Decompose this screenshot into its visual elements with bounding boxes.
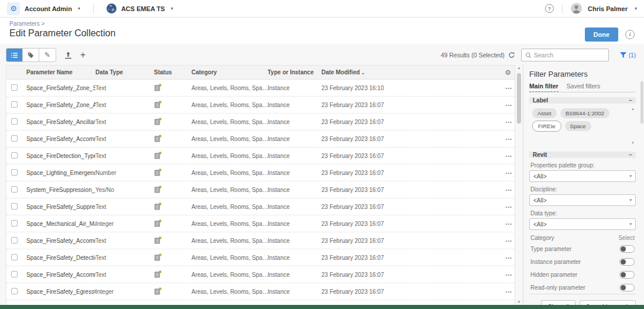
column-header-status[interactable]: Status [154,69,191,75]
toggle-switch[interactable] [619,245,635,253]
label-section-header[interactable]: Label − [529,97,636,104]
dropdown-select[interactable]: <All>▾ [529,194,636,206]
list-view-button[interactable] [6,49,23,61]
category-cell: Areas, Levels, Rooms, Spa…(4) [191,272,268,278]
tab-main-filter[interactable]: Main filter [529,83,559,92]
row-actions-icon[interactable]: ••• [494,187,515,193]
panel-scrollbar-thumb[interactable] [640,81,643,123]
category-cell: Areas, Levels, Rooms, Spa…(4) [191,187,268,193]
row-actions-icon[interactable]: ••• [494,153,515,159]
dropdown-select[interactable]: <All>▾ [529,218,636,230]
scroll-up-icon[interactable]: ▲ [515,66,523,70]
column-header-parameter-name[interactable]: Parameter Name [26,69,95,75]
row-actions-icon[interactable]: ••• [494,102,515,108]
top-navigation-bar: ⚙ Account Admin ▾ ACS EMEA TS ▾ ? Chris … [0,0,644,18]
breadcrumb[interactable]: Parameters > [9,20,115,27]
column-settings-gear-icon[interactable]: ⚙ [494,68,515,77]
row-actions-icon[interactable]: ••• [494,289,515,294]
help-icon[interactable]: ? [545,4,554,13]
data-type-cell: Text [95,85,154,91]
row-actions-icon[interactable]: ••• [494,85,515,91]
chevron-down-icon[interactable]: ▾ [635,6,637,11]
chevron-down-icon[interactable]: ▾ [78,6,80,11]
category-cell: Areas, Levels, Rooms, Spa…(4) [191,136,268,142]
table-row[interactable]: Space_FireSafety_Detection… Text Areas, … [6,249,515,266]
column-header-type-or-instance[interactable]: Type or Instance [268,69,321,75]
table-row[interactable]: Space_FireSafety_Ancillary_… Text Areas,… [6,114,515,131]
row-checkbox[interactable] [11,271,18,277]
label-view-button[interactable] [23,49,39,61]
row-actions-icon[interactable]: ••• [494,221,515,226]
chips-scroll-up-icon[interactable]: ▲ [631,107,635,111]
row-checkbox[interactable] [11,237,18,243]
column-header-data-type[interactable]: Data Type [95,69,154,75]
table-row[interactable]: System_FireSuppression_In… Yes/No Areas,… [6,181,515,198]
search-input[interactable] [534,52,605,59]
toggle-switch[interactable] [619,271,635,279]
row-checkbox[interactable] [11,135,18,142]
row-checkbox[interactable] [11,84,18,91]
table-row[interactable]: Space_FireSafety_Accommo… Text Areas, Le… [6,266,515,283]
account-admin-menu[interactable]: Account Admin [25,5,72,12]
chevron-down-icon[interactable]: ▾ [171,6,173,11]
row-actions-icon[interactable]: ••• [494,204,515,210]
label-chip[interactable]: FIREIe [532,121,561,132]
dropdown-select[interactable]: <All>▾ [529,170,636,182]
avatar[interactable] [571,3,582,14]
table-row[interactable]: Space_FireSafety_Suppressi… Text Areas, … [6,198,515,215]
filter-toggle-button[interactable]: (1) [619,52,636,59]
collapse-icon[interactable]: − [629,97,632,104]
row-checkbox[interactable] [11,101,18,108]
table-row[interactable]: Space_FireSafety_Accommo… Text Areas, Le… [6,131,515,147]
column-header-date-modified[interactable]: Date Modified⌄ [321,69,494,75]
add-parameter-button[interactable]: + [80,50,85,60]
table-row[interactable]: Space_FireDetection_Type_… Text Areas, L… [6,147,515,164]
user-menu[interactable]: Chris Palmer [588,5,628,12]
row-checkbox[interactable] [11,288,18,294]
toggle-row: Read-only parameter [529,281,636,294]
table-row[interactable]: Space_FireSafety_Accommo… Text Areas, Le… [6,232,515,249]
table-row[interactable]: Space_Mechanical_Air_Mak… Integer Areas,… [6,215,515,232]
scroll-down-icon[interactable]: ▼ [515,300,523,304]
refresh-button[interactable] [508,52,515,59]
upload-button[interactable] [64,52,72,59]
info-icon[interactable]: i [625,30,635,39]
row-checkbox[interactable] [11,118,18,125]
row-checkbox[interactable] [11,254,18,260]
table-row[interactable]: Space_FireSafety_Zone_Alar… Text Areas, … [6,97,515,114]
label-chip[interactable]: BS8644-1:2002 [560,108,609,118]
toggle-switch[interactable] [619,284,635,291]
scrollbar-thumb[interactable] [517,73,521,123]
row-actions-icon[interactable]: ••• [494,170,515,176]
row-checkbox[interactable] [11,169,18,176]
revit-section-header[interactable]: Revit − [529,152,636,158]
label-chip[interactable]: Asset [532,108,557,118]
row-checkbox[interactable] [11,186,18,193]
dropdown-label: Discipline: [530,186,636,193]
row-checkbox[interactable] [11,220,18,226]
column-header-category[interactable]: Category [191,69,268,75]
row-checkbox[interactable] [11,152,18,159]
chips-scroll-down-icon[interactable]: ▼ [631,141,635,145]
table-scrollbar[interactable]: ▲ ▼ [515,65,523,305]
label-chip[interactable]: Space [565,121,591,131]
parameter-status-icon [154,84,191,92]
row-actions-icon[interactable]: ••• [494,238,515,243]
type-or-instance-cell: Instance [268,204,321,210]
row-actions-icon[interactable]: ••• [494,272,515,277]
hub-selector-menu[interactable]: ACS EMEA TS [121,5,165,12]
table-row[interactable]: Space_FireSafety_EgressCa… Integer Areas… [6,283,515,300]
row-actions-icon[interactable]: ••• [494,119,515,125]
edit-view-button[interactable]: ✎ [39,49,56,61]
row-actions-icon[interactable]: ••• [494,255,515,260]
category-select-link[interactable]: Select [618,235,635,241]
chevron-down-icon: ▾ [629,222,632,226]
tab-saved-filters[interactable]: Saved filters [567,83,601,90]
row-actions-icon[interactable]: ••• [494,136,515,142]
table-row[interactable]: Space_FireSafety_Zone_Sup… Text Areas, L… [6,80,515,97]
toggle-switch[interactable] [619,258,635,266]
table-row[interactable]: Space_Lighting_Emergency… Number Areas, … [6,164,515,181]
collapse-icon[interactable]: − [629,152,632,158]
row-checkbox[interactable] [11,203,18,210]
done-button[interactable]: Done [585,28,619,42]
